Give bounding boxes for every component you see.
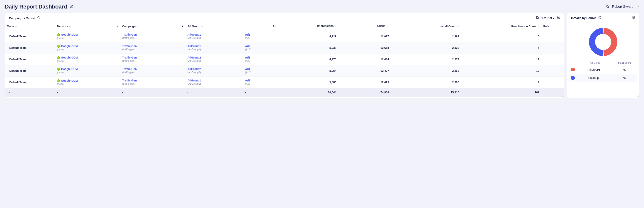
table-row[interactable]: Default Team Google DCM (dcm) Traffic Ge…	[5, 65, 564, 77]
cell-adgroup[interactable]: AdGroup1(AdGroup1)	[186, 42, 243, 54]
cell-impressions: 5,038	[278, 42, 338, 54]
cell-ad[interactable]: Ad1(Ad1)	[243, 65, 278, 77]
cell-ad[interactable]: Ad2(Ad2)	[243, 42, 278, 54]
cell-campaign[interactable]: Traffic Gen(traffic-gen)	[120, 54, 186, 65]
th-reactivation[interactable]: Reactivation Count–	[461, 22, 542, 31]
table-row[interactable]: Default Team Google DCM (dcm) Traffic Ge…	[5, 54, 564, 65]
card-tools: 1 to 7 of 7	[536, 16, 560, 20]
export-button[interactable]	[536, 16, 539, 20]
th-react-label: Reactivation Count	[511, 25, 537, 28]
cell-retention	[541, 77, 564, 88]
edit-title-button[interactable]	[70, 5, 73, 9]
info-icon	[37, 16, 40, 19]
th-team[interactable]: Team–	[5, 22, 55, 31]
cell-retention	[541, 54, 564, 65]
cell-install: 2,279	[391, 54, 461, 65]
cell-clicks: 12,484	[338, 54, 391, 65]
th-retention-partial[interactable]: Rete	[541, 22, 564, 31]
th-clicks[interactable]: Clicks	[338, 22, 391, 31]
th-adgroup[interactable]: Ad Group–	[186, 22, 243, 31]
cell-adgroup[interactable]: AdGroup1(AdGroup1)	[186, 77, 243, 88]
global-search-button[interactable]	[606, 5, 609, 9]
legend-row[interactable]: AdGroup2 7K	[569, 74, 637, 82]
th-team-label: Team	[7, 25, 14, 28]
cell-network[interactable]: Google DCM (dcm)	[55, 31, 120, 42]
th-ad[interactable]: Ad	[243, 22, 278, 31]
resize-handle-icon	[636, 94, 639, 98]
card-info-button[interactable]	[598, 16, 601, 19]
table-row[interactable]: Default Team Google DCM (dcm) Traffic Ge…	[5, 42, 564, 54]
total-install: 15,215	[391, 88, 461, 97]
donut-segment[interactable]	[603, 28, 617, 56]
legend-label: AdGroup1	[574, 68, 613, 71]
cell-adgroup[interactable]: AdGroup1(AdGroup1)	[186, 31, 243, 42]
user-menu-button[interactable]: Robert Syvarth	[612, 5, 639, 9]
cell-clicks: 12,429	[338, 77, 391, 88]
cell-network[interactable]: Google DCM (dcm)	[55, 77, 120, 88]
cell-impressions: 4,929	[278, 31, 338, 42]
cell-ad[interactable]: Ad1(Ad1)	[243, 31, 278, 42]
cell-network[interactable]: Google DCM (dcm)	[55, 54, 120, 65]
cell-ad[interactable]: Ad3(Ad3)	[243, 77, 278, 88]
edit-icon	[70, 5, 73, 8]
cell-clicks: 12,627	[338, 31, 391, 42]
cell-campaign[interactable]: Traffic Gen(traffic-gen)	[120, 42, 186, 54]
cell-network[interactable]: Google DCM (dcm)	[55, 65, 120, 77]
th-ad-label: Ad	[272, 25, 276, 28]
legend-value: 7K	[613, 76, 635, 80]
th-install[interactable]: Install Count–	[391, 22, 461, 31]
card-title: Installs by Source	[571, 16, 596, 19]
total-ad: -	[243, 88, 278, 97]
table-row[interactable]: Default Team Google DCM (dcm) Traffic Ge…	[5, 77, 564, 88]
cell-clicks: 12,618	[338, 42, 391, 54]
th-impressions[interactable]: Impressions–	[278, 22, 338, 31]
cell-network[interactable]: Google DCM (dcm)	[55, 42, 120, 54]
cell-adgroup[interactable]: AdGroup2(AdGroup2)	[186, 65, 243, 77]
sort-indicator: –	[69, 25, 71, 28]
legend-row[interactable]: AdGroup1 7K	[569, 65, 637, 74]
cell-team: Default Team	[5, 77, 55, 88]
cell-campaign[interactable]: Traffic Gen(traffic-gen)	[120, 65, 186, 77]
sort-indicator: –	[458, 25, 459, 28]
donut-chart	[567, 21, 639, 60]
sort-indicator: –	[335, 25, 336, 28]
chart-settings-button[interactable]	[632, 16, 635, 19]
row-count: 1 to 7 of 7	[542, 16, 554, 19]
sort-indicator: –	[202, 25, 203, 28]
cell-adgroup[interactable]: AdGroup2(AdGroup2)	[186, 54, 243, 65]
th-campaign[interactable]: Campaign –	[120, 22, 186, 31]
cell-campaign[interactable]: Traffic Gen(traffic-gen)	[120, 77, 186, 88]
installs-by-source-card: Installs by Source Ad Group I	[567, 13, 639, 98]
cell-reactivation: 11	[461, 54, 542, 65]
cell-retention	[541, 31, 564, 42]
card-title: Campaigns Report	[9, 16, 35, 20]
chart-legend: AdGroup1 7K AdGroup2 7K	[567, 65, 639, 86]
donut-segment[interactable]	[589, 28, 603, 56]
cell-impressions: 4,970	[278, 54, 338, 65]
table-row[interactable]: Default Team Google DCM (dcm) Traffic Ge…	[5, 31, 564, 42]
svg-point-7	[559, 18, 560, 19]
table-settings-button[interactable]	[557, 16, 560, 20]
color-swatch	[571, 68, 574, 71]
th-network-label: Network	[57, 25, 68, 28]
th-network[interactable]: Network –	[55, 22, 120, 31]
svg-point-14	[634, 18, 635, 18]
cell-reactivation: 10	[461, 65, 542, 77]
legend-header-adgroup: Ad Group	[577, 62, 613, 64]
cell-reactivation: 5	[461, 42, 542, 54]
cell-reactivation: 9	[461, 77, 542, 88]
network-icon	[57, 68, 60, 71]
cell-reactivation: 10	[461, 31, 542, 42]
campaigns-table-wrap: Team– Network – Campaign	[5, 22, 564, 97]
cell-campaign[interactable]: Traffic Gen(traffic-gen)	[120, 31, 186, 42]
th-install-label: Install Count	[440, 25, 456, 28]
th-impressions-label: Impressions	[317, 24, 334, 28]
svg-point-5	[558, 17, 559, 17]
th-adgroup-label: Ad Group	[187, 25, 200, 28]
title-area: Daily Report Dashboard	[5, 3, 73, 10]
cell-retention	[541, 65, 564, 77]
export-icon	[536, 16, 539, 19]
card-info-button[interactable]	[37, 16, 40, 20]
cell-ad[interactable]: Ad3(Ad3)	[243, 54, 278, 65]
cell-install: 2,397	[391, 31, 461, 42]
